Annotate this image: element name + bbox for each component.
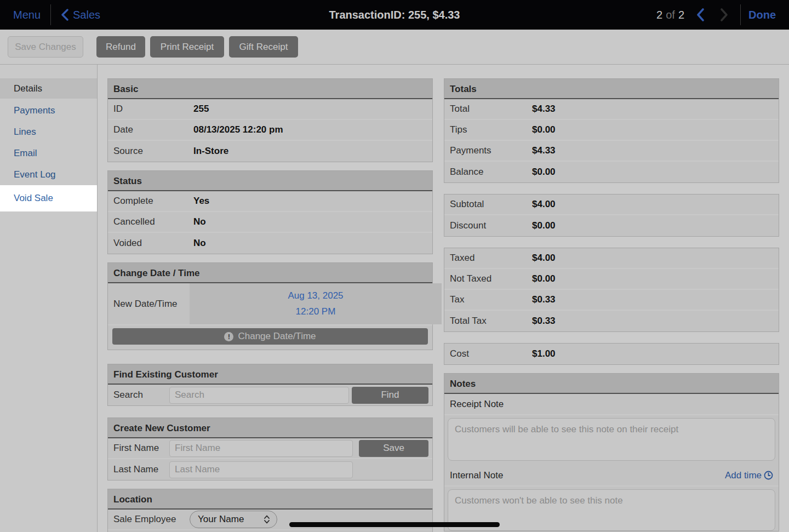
back-to-sales-button[interactable]: Sales: [61, 9, 100, 21]
table-row: ID 255: [108, 99, 432, 120]
tax-group: Taxed $4.00 Not Taxed $0.00 Tax $0.33 To…: [444, 248, 779, 332]
row-value: 08/13/2025 12:20 pm: [193, 124, 283, 135]
done-button[interactable]: Done: [748, 9, 776, 21]
datetime-picker-cell: Aug 13, 2025 12:20 PM: [190, 283, 442, 324]
save-changes-button[interactable]: Save Changes: [8, 36, 83, 58]
change-datetime-section: Change Date / Time New Date/Time Aug 13,…: [107, 262, 433, 350]
totals-section-header: Totals: [444, 79, 779, 99]
back-label: Sales: [73, 9, 100, 21]
time-picker-link[interactable]: 12:20 PM: [296, 306, 336, 317]
row-label: Discount: [450, 220, 532, 231]
row-value: $4.33: [532, 104, 556, 115]
notes-section: Notes Receipt Note Internal Note Add tim…: [444, 373, 779, 531]
table-row: Date 08/13/2025 12:20 pm: [108, 120, 432, 141]
sidebar-item-details[interactable]: Details: [0, 78, 97, 99]
first-name-field[interactable]: [169, 440, 353, 457]
add-time-label: Add time: [725, 470, 762, 481]
select-updown-chevron-icon: [264, 514, 270, 524]
table-row: Subtotal $4.00: [444, 195, 779, 215]
row-label: Total: [450, 104, 532, 115]
row-value: $0.33: [532, 316, 556, 327]
sidebar-item-void-sale[interactable]: Void Sale: [0, 185, 97, 211]
row-label: Subtotal: [450, 199, 532, 210]
first-name-row: First Name Save: [108, 438, 432, 459]
row-value: No: [193, 216, 206, 227]
exclamation-circle-icon: !: [224, 332, 233, 341]
row-label: Balance: [450, 167, 532, 178]
table-row: Source In-Store: [108, 141, 432, 162]
row-value: $0.00: [532, 124, 556, 135]
save-customer-button[interactable]: Save: [359, 440, 428, 457]
sale-employee-selected-value: Your Name: [198, 514, 244, 525]
main-content: Basic ID 255 Date 08/13/2025 12:20 pm So…: [98, 65, 789, 532]
previous-transaction-button[interactable]: [692, 5, 708, 24]
receipt-note-label: Receipt Note: [450, 399, 504, 410]
topbar-divider-right: [740, 4, 741, 25]
sidebar-item-payments[interactable]: Payments: [0, 100, 97, 121]
menu-button[interactable]: Menu: [13, 9, 41, 21]
last-name-field[interactable]: [169, 461, 353, 478]
table-row: Total $4.33: [444, 99, 779, 120]
basic-section-header: Basic: [108, 79, 432, 99]
gift-receipt-button[interactable]: Gift Receipt: [229, 36, 298, 58]
row-label: ID: [113, 104, 193, 115]
internal-note-label-row: Internal Note Add time: [444, 465, 779, 487]
row-value: In-Store: [193, 146, 228, 157]
row-value: $1.00: [532, 348, 556, 359]
row-value: $4.33: [532, 145, 556, 156]
cost-group: Cost $1.00: [444, 343, 779, 365]
search-row: Search Find: [108, 385, 432, 405]
row-label: Voided: [113, 238, 193, 249]
row-label: Not Taxed: [450, 273, 532, 284]
internal-note-label: Internal Note: [450, 470, 503, 481]
date-picker-link[interactable]: Aug 13, 2025: [288, 290, 343, 301]
row-value: No: [193, 238, 206, 249]
table-row: Taxed $4.00: [444, 248, 779, 269]
change-datetime-button-label: Change Date/Time: [238, 331, 316, 342]
row-label: Date: [113, 124, 193, 135]
print-receipt-button[interactable]: Print Receipt: [150, 36, 224, 58]
row-label: Sale Employee: [113, 514, 190, 525]
pager-total: 2: [678, 9, 684, 21]
table-row: Not Taxed $0.00: [444, 269, 779, 290]
row-value: 255: [193, 104, 209, 115]
table-row: Voided No: [108, 233, 432, 254]
top-navigation-bar: Menu Sales TransactionID: 255, $4.33 2 o…: [0, 0, 789, 30]
sidebar-item-event-log[interactable]: Event Log: [0, 164, 97, 185]
row-value: $0.00: [532, 167, 556, 178]
row-value: $4.00: [532, 253, 556, 264]
change-datetime-button[interactable]: ! Change Date/Time: [112, 328, 428, 345]
pager-current: 2: [656, 9, 662, 21]
receipt-note-label-row: Receipt Note: [444, 394, 779, 415]
row-value: Yes: [193, 196, 209, 207]
row-label: First Name: [113, 443, 169, 454]
sidebar-item-lines[interactable]: Lines: [0, 121, 97, 142]
status-section-header: Status: [108, 171, 432, 191]
row-value: $4.00: [532, 199, 556, 210]
add-time-link[interactable]: Add time: [725, 470, 773, 481]
table-row: Total Tax $0.33: [444, 311, 779, 331]
find-button[interactable]: Find: [352, 387, 428, 404]
row-label: Payments: [450, 145, 532, 156]
table-row: Tips $0.00: [444, 120, 779, 141]
sidebar-item-email[interactable]: Email: [0, 142, 97, 164]
horizontal-scrollbar-thumb[interactable]: [289, 522, 500, 527]
totals-section: Totals Total $4.33 Tips $0.00 Payments $…: [444, 78, 779, 183]
row-value: $0.33: [532, 294, 556, 305]
customer-search-input[interactable]: [169, 387, 349, 404]
row-label: Cancelled: [113, 216, 193, 227]
sale-employee-select[interactable]: Your Name: [190, 511, 277, 528]
row-label: Cost: [450, 348, 532, 359]
find-customer-section-header: Find Existing Customer: [108, 364, 432, 385]
notes-section-header: Notes: [444, 374, 779, 394]
clock-icon: [764, 471, 773, 480]
row-label: Tax: [450, 294, 532, 305]
refund-button[interactable]: Refund: [96, 36, 145, 58]
receipt-note-textarea[interactable]: [448, 418, 775, 461]
topbar-divider: [50, 4, 51, 25]
table-row: Tax $0.33: [444, 290, 779, 311]
row-label: New Date/Time: [108, 283, 190, 324]
sale-employee-row: Sale Employee Your Name: [108, 510, 432, 530]
next-transaction-button-disabled[interactable]: [716, 5, 733, 24]
status-section: Status Complete Yes Cancelled No Voided …: [107, 170, 433, 254]
